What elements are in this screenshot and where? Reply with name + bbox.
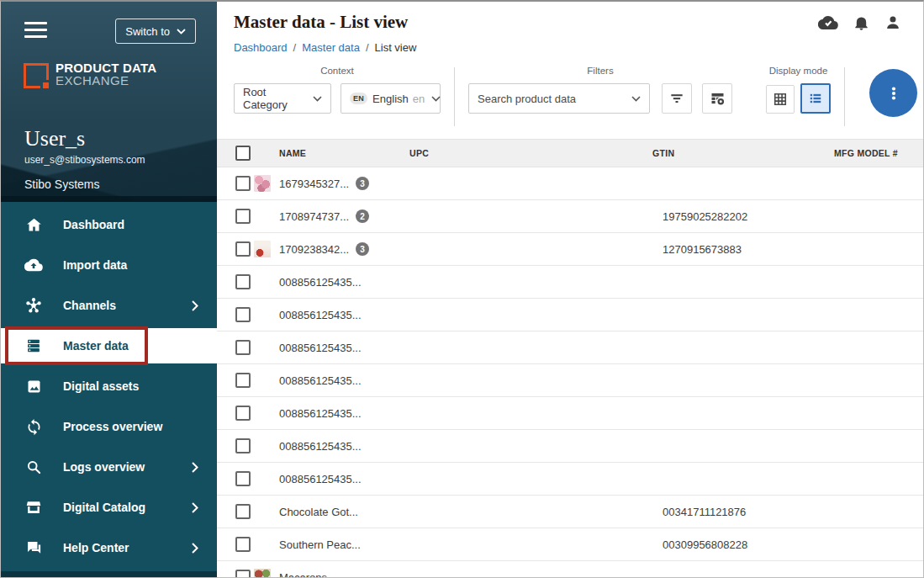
gtin-value: 19759025282202 — [652, 210, 821, 223]
cloud-upload-icon — [24, 256, 43, 274]
display-mode-group: Display mode — [766, 66, 831, 114]
product-name: Macarons — [279, 571, 327, 578]
sync-icon — [24, 417, 43, 436]
chevron-right-icon — [192, 502, 198, 513]
row-checkbox[interactable] — [235, 438, 251, 453]
column-header-name[interactable]: NAME — [254, 148, 409, 158]
sidebar-item-logs-overview[interactable]: Logs overview — [1, 447, 217, 487]
row-checkbox[interactable] — [235, 176, 251, 191]
breadcrumb-dashboard[interactable]: Dashboard — [234, 41, 288, 54]
row-checkbox[interactable] — [235, 537, 251, 552]
display-mode-label: Display mode — [766, 66, 831, 77]
gtin-value: 00309956808228 — [652, 538, 821, 551]
kebab-menu-icon — [884, 83, 904, 103]
context-label: Context — [234, 66, 441, 77]
switch-to-button[interactable]: Switch to — [115, 19, 196, 44]
table-row[interactable]: 008856125435... — [217, 299, 923, 331]
sidebar-item-label: Digital assets — [63, 379, 139, 393]
language-name: English — [372, 93, 409, 105]
user-profile-icon[interactable] — [884, 13, 901, 32]
filters-group: Filters Search product data — [468, 66, 732, 114]
thumbnail-placeholder — [254, 372, 271, 389]
column-visibility-button[interactable] — [702, 83, 732, 114]
home-icon — [24, 215, 43, 234]
row-checkbox[interactable] — [235, 274, 251, 289]
row-checkbox[interactable] — [235, 471, 251, 486]
select-all-checkbox[interactable] — [235, 146, 251, 161]
sidebar-item-dashboard[interactable]: Dashboard — [1, 204, 217, 245]
row-checkbox[interactable] — [235, 406, 251, 421]
table-row[interactable]: Macarons — [217, 561, 923, 577]
sidebar-item-channels[interactable]: Channels — [1, 285, 217, 326]
column-header-upc[interactable]: UPC — [409, 148, 652, 158]
notifications-bell-icon[interactable] — [853, 13, 870, 32]
sidebar-item-import-data[interactable]: Import data — [1, 245, 217, 285]
table-row[interactable]: 008856125435... — [217, 364, 923, 397]
table-row[interactable]: 008856125435... — [217, 463, 923, 496]
filters-label: Filters — [468, 66, 732, 77]
row-checkbox[interactable] — [235, 209, 251, 224]
row-checkbox[interactable] — [235, 504, 251, 519]
gtin-value: 1270915673883 — [652, 243, 821, 256]
thumbnail-placeholder — [254, 405, 271, 422]
table-row[interactable]: 008856125435... — [217, 331, 923, 364]
grid-view-button[interactable] — [766, 85, 795, 114]
row-checkbox[interactable] — [235, 373, 251, 388]
variant-count-badge: 3 — [356, 177, 369, 190]
table-row[interactable]: Southern Peac... 00309956808228 — [217, 528, 923, 561]
user-email: user_s@stibosystems.com — [24, 154, 145, 166]
language-dropdown[interactable]: EN English en — [341, 83, 441, 114]
product-name: Chocolate Got... — [279, 506, 358, 518]
row-checkbox[interactable] — [235, 340, 251, 355]
chevron-right-icon — [192, 543, 198, 554]
sidebar-item-label: Dashboard — [63, 218, 124, 231]
product-thumbnail — [254, 569, 271, 577]
breadcrumb: Dashboard / Master data / List view — [234, 41, 923, 54]
row-checkbox[interactable] — [235, 307, 251, 322]
product-thumbnail — [254, 241, 271, 257]
search-icon — [24, 458, 43, 476]
sidebar-item-label: Import data — [63, 258, 127, 272]
thumbnail-placeholder — [254, 503, 271, 520]
table-row[interactable]: 1709238342...3 1270915673883 — [217, 233, 923, 266]
cloud-check-icon[interactable] — [818, 13, 838, 33]
table-row[interactable]: 008856125435... — [217, 266, 923, 299]
actions-menu-fab[interactable] — [869, 69, 917, 117]
user-organization: Stibo Systems — [24, 178, 99, 191]
list-view-button[interactable] — [800, 83, 831, 114]
column-header-mfg-model[interactable]: MFG MODEL # — [821, 148, 923, 158]
product-name: 008856125435... — [279, 309, 362, 321]
breadcrumb-current: List view — [375, 41, 417, 54]
column-header-gtin[interactable]: GTIN — [652, 148, 821, 158]
category-dropdown[interactable]: Root Category — [234, 83, 331, 114]
thumbnail-placeholder — [254, 339, 271, 356]
table-row[interactable]: 1679345327...3 — [217, 167, 923, 200]
thumbnail-placeholder — [254, 536, 271, 553]
thumbnail-placeholder — [254, 470, 271, 487]
sidebar-item-process-overview[interactable]: Process overview — [1, 406, 217, 447]
switch-to-label: Switch to — [125, 25, 170, 38]
toolbar: Context Root Category EN English en — [234, 66, 923, 126]
stibo-logo-icon — [24, 63, 49, 88]
chat-icon — [24, 538, 43, 557]
row-checkbox[interactable] — [235, 570, 251, 577]
sidebar-item-label: Help Center — [63, 541, 129, 554]
product-name: Southern Peac... — [279, 538, 361, 551]
sidebar-item-help-center[interactable]: Help Center — [1, 528, 217, 568]
table-row[interactable]: Chocolate Got... 00341711121876 — [217, 496, 923, 528]
table-row[interactable]: 1708974737...2 19759025282202 — [217, 200, 923, 233]
user-name: User_s — [24, 126, 85, 151]
filter-button[interactable] — [662, 83, 692, 114]
sidebar-item-master-data[interactable]: Master data — [1, 328, 217, 363]
table-header: NAME UPC GTIN MFG MODEL # — [217, 139, 923, 167]
sidebar-item-digital-assets[interactable]: Digital assets — [1, 366, 217, 406]
search-product-data-dropdown[interactable]: Search product data — [468, 83, 650, 114]
table-row[interactable]: 008856125435... — [217, 430, 923, 463]
sidebar-item-digital-catalog[interactable]: Digital Catalog — [1, 487, 217, 528]
thumbnail-placeholder — [254, 273, 271, 290]
table-row[interactable]: 008856125435... — [217, 397, 923, 430]
row-checkbox[interactable] — [235, 241, 251, 257]
hamburger-menu-icon[interactable] — [24, 22, 47, 38]
language-badge: EN — [350, 93, 367, 104]
breadcrumb-master-data[interactable]: Master data — [302, 41, 360, 54]
